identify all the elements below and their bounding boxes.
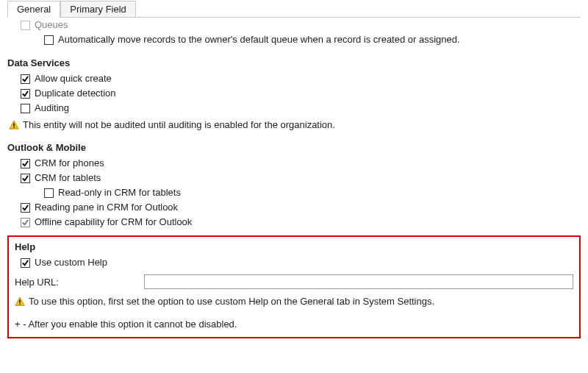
help-section: Help Use custom Help Help URL: To use th…	[7, 235, 581, 338]
allow-quick-create-checkbox[interactable]	[21, 74, 30, 84]
auditing-checkbox[interactable]	[21, 104, 30, 113]
help-footnote: + - After you enable this option it cann…	[15, 319, 573, 330]
warning-icon	[15, 296, 25, 307]
warning-icon	[9, 120, 19, 130]
readonly-tablets-label: Read-only in CRM for tablets	[58, 186, 181, 199]
allow-quick-create-label: Allow quick create	[35, 72, 112, 85]
tab-bar: General Primary Field	[7, 0, 581, 18]
help-url-input[interactable]	[144, 274, 573, 289]
queues-checkbox[interactable]	[21, 21, 30, 30]
help-url-label: Help URL:	[15, 277, 144, 288]
outlook-mobile-header: Outlook & Mobile	[7, 142, 581, 153]
svg-rect-4	[19, 299, 20, 302]
duplicate-detection-checkbox[interactable]	[21, 89, 30, 99]
crm-phones-label: CRM for phones	[35, 157, 104, 170]
svg-rect-1	[13, 123, 14, 126]
auditing-warning-text: This entity will not be audited until au…	[23, 118, 335, 132]
reading-pane-checkbox[interactable]	[21, 203, 30, 213]
offline-capability-checkbox[interactable]	[21, 218, 30, 227]
tab-general[interactable]: General	[7, 1, 60, 18]
data-services-header: Data Services	[7, 57, 581, 68]
auditing-label: Auditing	[35, 102, 69, 115]
auto-move-queue-label: Automatically move records to the owner'…	[58, 33, 460, 46]
offline-capability-label: Offline capability for CRM for Outlook	[35, 216, 192, 229]
help-header: Help	[15, 241, 573, 252]
auto-move-queue-checkbox[interactable]	[44, 35, 54, 45]
svg-rect-2	[13, 127, 14, 128]
queues-label: Queues	[35, 18, 68, 32]
reading-pane-label: Reading pane in CRM for Outlook	[35, 201, 178, 214]
use-custom-help-label: Use custom Help	[35, 256, 107, 269]
tab-primary-field[interactable]: Primary Field	[60, 1, 136, 17]
help-warning-text: To use this option, first set the option…	[29, 295, 434, 308]
duplicate-detection-label: Duplicate detection	[35, 87, 116, 100]
crm-phones-checkbox[interactable]	[21, 159, 30, 168]
crm-tablets-label: CRM for tablets	[35, 171, 101, 185]
readonly-tablets-checkbox[interactable]	[44, 188, 54, 198]
svg-rect-5	[19, 304, 20, 305]
use-custom-help-checkbox[interactable]	[21, 258, 30, 268]
crm-tablets-checkbox[interactable]	[21, 174, 30, 183]
